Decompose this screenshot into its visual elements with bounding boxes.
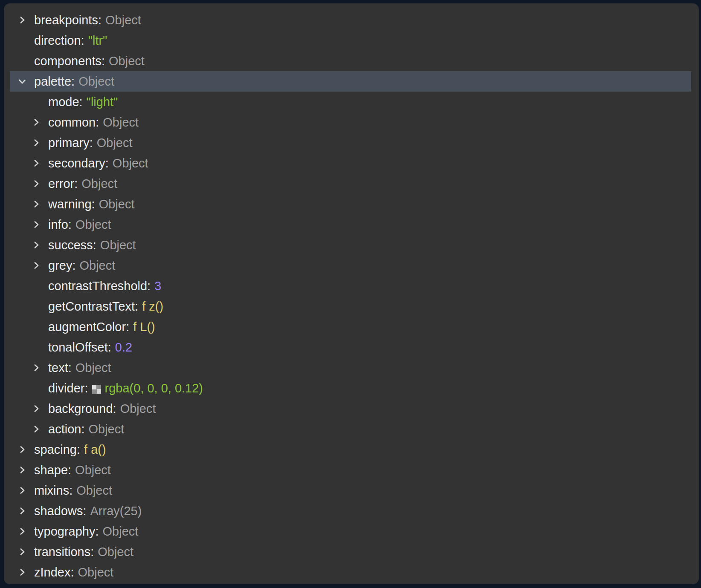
property-key: common: (48, 115, 99, 130)
property-key: grey: (48, 259, 75, 273)
property-key: shadows: (34, 504, 87, 518)
tree-row-background[interactable]: background:Object (10, 398, 691, 419)
property-value: rgba(0, 0, 0, 0.12) (105, 381, 203, 395)
property-value: Object (97, 136, 133, 150)
tree-row-mode[interactable]: mode:"light" (10, 92, 691, 112)
property-value: "ltr" (88, 34, 107, 48)
property-value: Object (120, 402, 156, 416)
tree-row-shadows[interactable]: shadows:Array(25) (10, 501, 691, 521)
tree-row-secondary[interactable]: secondary:Object (10, 153, 691, 173)
chevron-right-icon[interactable] (31, 158, 42, 169)
property-key: augmentColor: (48, 320, 129, 334)
tree-row-info[interactable]: info:Object (10, 214, 691, 235)
property-key: getContrastText: (48, 300, 138, 314)
chevron-right-icon[interactable] (31, 219, 42, 230)
tree-row-common[interactable]: common:Object (10, 112, 691, 133)
twisty-spacer (31, 301, 42, 312)
tree-row-palette[interactable]: palette:Object (10, 71, 691, 92)
property-value: Object (81, 177, 117, 191)
chevron-right-icon[interactable] (17, 14, 28, 26)
chevron-right-icon[interactable] (31, 117, 42, 128)
property-value: Object (79, 259, 115, 273)
tree-row-spacing[interactable]: spacing:f a() (10, 439, 691, 460)
property-value: f L() (133, 320, 155, 334)
property-value: Object (103, 525, 139, 539)
property-key: typography: (34, 525, 99, 539)
property-key: components: (34, 54, 105, 68)
tree-row-grey[interactable]: grey:Object (10, 255, 691, 276)
chevron-right-icon[interactable] (17, 444, 28, 455)
property-key: tonalOffset: (48, 340, 111, 355)
chevron-right-icon[interactable] (17, 526, 28, 537)
chevron-right-icon[interactable] (31, 137, 42, 148)
tree-row-direction[interactable]: direction:"ltr" (10, 30, 691, 51)
chevron-right-icon[interactable] (17, 567, 28, 578)
property-key: transitions: (34, 545, 94, 559)
tree-row-contrastThreshold[interactable]: contrastThreshold:3 (10, 276, 691, 296)
property-key: success: (48, 238, 96, 252)
property-value: Object (98, 545, 133, 559)
property-key: divider: (48, 381, 88, 395)
property-key: contrastThreshold: (48, 279, 151, 293)
property-value: Object (113, 156, 148, 170)
tree-row-action[interactable]: action:Object (10, 419, 691, 439)
property-key: primary: (48, 136, 93, 150)
twisty-spacer (31, 383, 42, 394)
property-key: palette: (34, 75, 75, 89)
object-tree: breakpoints:Objectdirection:"ltr"compone… (10, 10, 691, 582)
property-key: mixins: (34, 484, 72, 498)
tree-row-getContrastText[interactable]: getContrastText:f z() (10, 296, 691, 317)
chevron-right-icon[interactable] (31, 178, 42, 189)
property-value: Object (99, 197, 135, 211)
tree-row-typography[interactable]: typography:Object (10, 521, 691, 542)
property-value: Object (88, 422, 124, 436)
property-key: info: (48, 218, 72, 232)
chevron-right-icon[interactable] (17, 505, 28, 516)
property-key: warning: (48, 197, 95, 211)
chevron-right-icon[interactable] (31, 239, 42, 251)
property-key: background: (48, 402, 116, 416)
tree-row-error[interactable]: error:Object (10, 173, 691, 194)
property-value: Object (103, 115, 139, 130)
tree-row-divider[interactable]: divider:rgba(0, 0, 0, 0.12) (10, 378, 691, 398)
property-key: direction: (34, 34, 84, 48)
property-value: Object (75, 361, 111, 375)
chevron-down-icon[interactable] (17, 76, 28, 87)
tree-row-shape[interactable]: shape:Object (10, 460, 691, 480)
property-key: breakpoints: (34, 13, 101, 27)
property-key: action: (48, 422, 84, 436)
tree-row-success[interactable]: success:Object (10, 235, 691, 255)
chevron-right-icon[interactable] (31, 424, 42, 435)
property-key: shape: (34, 463, 71, 477)
object-inspector-panel: breakpoints:Objectdirection:"ltr"compone… (4, 3, 699, 584)
chevron-right-icon[interactable] (31, 362, 42, 373)
chevron-right-icon[interactable] (31, 260, 42, 271)
chevron-right-icon[interactable] (31, 199, 42, 210)
property-key: mode: (48, 95, 83, 109)
tree-row-primary[interactable]: primary:Object (10, 133, 691, 153)
tree-row-mixins[interactable]: mixins:Object (10, 480, 691, 501)
chevron-right-icon[interactable] (17, 485, 28, 496)
tree-row-tonalOffset[interactable]: tonalOffset:0.2 (10, 337, 691, 357)
chevron-right-icon[interactable] (31, 403, 42, 414)
twisty-spacer (17, 35, 28, 46)
property-key: zIndex: (34, 565, 74, 579)
tree-row-augmentColor[interactable]: augmentColor:f L() (10, 317, 691, 337)
twisty-spacer (31, 321, 42, 332)
property-value: 0.2 (115, 340, 132, 355)
chevron-right-icon[interactable] (17, 546, 28, 557)
tree-row-transitions[interactable]: transitions:Object (10, 542, 691, 562)
property-value: 3 (154, 279, 161, 293)
property-key: error: (48, 177, 78, 191)
color-swatch-icon (92, 385, 101, 394)
property-key: secondary: (48, 156, 109, 170)
property-value: f a() (84, 443, 106, 457)
tree-row-warning[interactable]: warning:Object (10, 194, 691, 214)
tree-row-components[interactable]: components:Object (10, 51, 691, 71)
property-value: "light" (87, 95, 118, 109)
tree-row-zIndex[interactable]: zIndex:Object (10, 562, 691, 582)
chevron-right-icon[interactable] (17, 464, 28, 476)
tree-row-text[interactable]: text:Object (10, 357, 691, 378)
property-value: Object (75, 463, 111, 477)
tree-row-breakpoints[interactable]: breakpoints:Object (10, 10, 691, 30)
